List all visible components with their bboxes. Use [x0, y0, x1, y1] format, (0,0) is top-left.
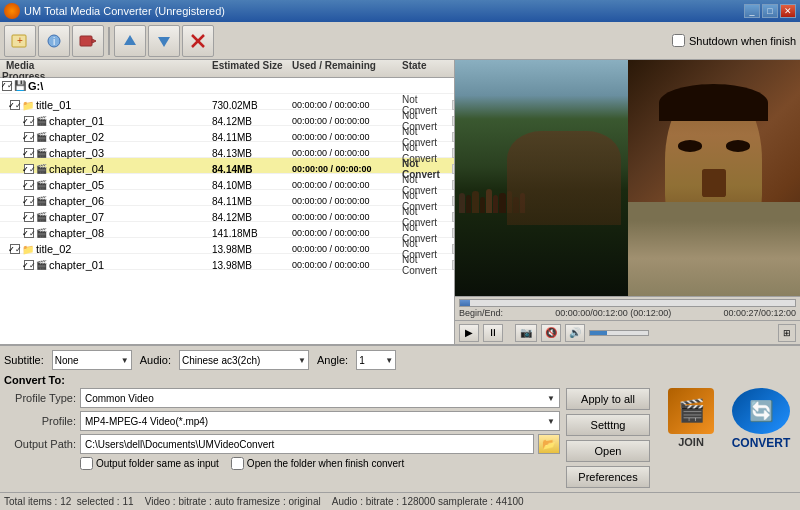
close-button[interactable]: ✕	[780, 4, 796, 18]
list-item[interactable]: ✓ 🎬 chapter_01 84.12MB 00:00:00 / 00:00:…	[0, 110, 454, 126]
item-checkbox[interactable]: ✓	[24, 196, 34, 206]
shutdown-checkbox[interactable]	[672, 34, 685, 47]
item-time: 00:00:00 / 00:00:00	[292, 260, 402, 270]
item-size: 141.18MB	[212, 228, 292, 239]
angle-dropdown[interactable]: 1 ▼	[356, 350, 396, 370]
time-begin-end-label: Begin/End:	[459, 308, 503, 318]
profile-type-dropdown[interactable]: Common Video ▼	[80, 388, 560, 408]
list-item[interactable]: ✓ 🎬 chapter_03 84.13MB 00:00:00 / 00:00:…	[0, 142, 454, 158]
browse-button[interactable]: 📂	[538, 434, 560, 454]
item-progress	[452, 132, 454, 142]
minimize-button[interactable]: _	[744, 4, 760, 18]
volume-button[interactable]: 🔊	[565, 324, 585, 342]
list-item[interactable]: ✓ 🎬 chapter_01 13.98MB 00:00:00 / 00:00:…	[0, 254, 454, 270]
audio-dropdown[interactable]: Chinese ac3(2ch) ▼	[179, 350, 309, 370]
preferences-button[interactable]: Preferences	[566, 466, 650, 488]
item-size: 84.14MB	[212, 164, 292, 175]
snapshot-button[interactable]: 📷	[515, 324, 537, 342]
item-size: 84.10MB	[212, 180, 292, 191]
convert-button[interactable]: 🔄 CONVERT	[726, 388, 796, 450]
open-button[interactable]: Open	[566, 440, 650, 462]
mute-button[interactable]: 🔇	[541, 324, 561, 342]
video-button[interactable]	[72, 25, 104, 57]
pause-button[interactable]: ⏸	[483, 324, 503, 342]
audio-arrow: ▼	[298, 356, 306, 365]
preferences-label: Preferences	[578, 471, 637, 483]
item-checkbox[interactable]: ✓	[24, 260, 34, 270]
item-progress	[452, 228, 454, 238]
list-item[interactable]: ✓ 🎬 chapter_04 84.14MB 00:00:00 / 00:00:…	[0, 158, 454, 174]
properties-button[interactable]: i	[38, 25, 70, 57]
item-checkbox[interactable]: ✓	[24, 132, 34, 142]
time-display: Begin/End: 00:00:00/00:12:00 (00:12:00) …	[459, 308, 796, 318]
subtitle-label: Subtitle:	[4, 354, 44, 366]
setting-label: Setttng	[591, 419, 626, 431]
item-name: chapter_01	[49, 259, 104, 271]
selected-items: selected : 11	[77, 496, 134, 507]
audio-value: Chinese ac3(2ch)	[182, 355, 260, 366]
total-items: Total items : 12	[4, 496, 71, 507]
output-path-input[interactable]	[80, 434, 534, 454]
subtitle-value: None	[55, 355, 79, 366]
item-name: chapter_08	[49, 227, 104, 239]
convert-section: Profile Type: Common Video ▼ Profile: MP…	[4, 388, 796, 488]
volume-slider[interactable]	[589, 330, 649, 336]
item-name: chapter_01	[49, 115, 104, 127]
item-checkbox[interactable]: ✓	[24, 164, 34, 174]
join-icon: 🎬	[668, 388, 714, 434]
item-name: chapter_07	[49, 211, 104, 223]
item-checkbox[interactable]: ✓	[24, 148, 34, 158]
move-down-button[interactable]	[148, 25, 180, 57]
same-as-input-check[interactable]: Output folder same as input	[80, 457, 219, 470]
list-item[interactable]: ✓ 🎬 chapter_08 141.18MB 00:00:00 / 00:00…	[0, 222, 454, 238]
list-item[interactable]: ✓ 🎬 chapter_02 84.11MB 00:00:00 / 00:00:…	[0, 126, 454, 142]
item-checkbox[interactable]: ✓	[24, 116, 34, 126]
item-size: 84.13MB	[212, 148, 292, 159]
list-item[interactable]: ✓ 🎬 chapter_05 84.10MB 00:00:00 / 00:00:…	[0, 174, 454, 190]
subtitle-arrow: ▼	[121, 356, 129, 365]
open-folder-checkbox[interactable]	[231, 457, 244, 470]
list-item[interactable]: ✓ 📁 title_01 730.02MB 00:00:00 / 00:00:0…	[0, 94, 454, 110]
file-tree[interactable]: ✓ 💾 G:\ ✓ 📁 title_01 730.02MB 00:00:00 /…	[0, 78, 454, 344]
shutdown-check[interactable]: Shutdown when finish	[672, 34, 796, 47]
item-checkbox[interactable]: ✓	[24, 228, 34, 238]
list-item[interactable]: ✓ 📁 title_02 13.98MB 00:00:00 / 00:00:00…	[0, 238, 454, 254]
item-checkbox[interactable]: ✓	[10, 244, 20, 254]
file-icon: 🎬	[36, 260, 47, 270]
add-button[interactable]: +	[4, 25, 36, 57]
angle-arrow: ▼	[385, 356, 393, 365]
video-preview[interactable]	[455, 60, 800, 296]
person-mid	[507, 131, 621, 225]
svg-text:i: i	[53, 36, 55, 47]
expand-button[interactable]: ⊞	[778, 324, 796, 342]
list-item[interactable]: ✓ 🎬 chapter_06 84.11MB 00:00:00 / 00:00:…	[0, 190, 454, 206]
svg-text:+: +	[17, 35, 23, 46]
list-item[interactable]: ✓ 🎬 chapter_07 84.12MB 00:00:00 / 00:00:…	[0, 206, 454, 222]
play-button[interactable]: ▶	[459, 324, 479, 342]
item-checkbox[interactable]: ✓	[24, 180, 34, 190]
setting-button[interactable]: Setttng	[566, 414, 650, 436]
item-size: 84.12MB	[212, 212, 292, 223]
item-checkbox[interactable]: ✓	[10, 100, 20, 110]
move-up-button[interactable]	[114, 25, 146, 57]
item-checkbox[interactable]: ✓	[24, 212, 34, 222]
file-icon: 🎬	[36, 196, 47, 206]
folder-icon: 📁	[22, 100, 34, 111]
delete-button[interactable]	[182, 25, 214, 57]
seek-bar[interactable]	[459, 299, 796, 307]
profile-dropdown[interactable]: MP4-MPEG-4 Video(*.mp4) ▼	[80, 411, 560, 431]
item-time: 00:00:00 / 00:00:00	[292, 196, 402, 206]
subtitle-dropdown[interactable]: None ▼	[52, 350, 132, 370]
app-icon	[4, 3, 20, 19]
drive-checkbox[interactable]: ✓	[2, 81, 12, 91]
same-as-input-checkbox[interactable]	[80, 457, 93, 470]
seek-area: Begin/End: 00:00:00/00:12:00 (00:12:00) …	[455, 296, 800, 320]
apply-all-button[interactable]: Apply to all	[566, 388, 650, 410]
item-progress	[452, 260, 454, 270]
drive-row[interactable]: ✓ 💾 G:\	[0, 78, 454, 94]
maximize-button[interactable]: □	[762, 4, 778, 18]
open-folder-check[interactable]: Open the folder when finish convert	[231, 457, 404, 470]
join-button[interactable]: 🎬 JOIN	[662, 388, 720, 448]
col-state: State	[402, 60, 452, 71]
output-path-label: Output Path:	[4, 438, 76, 450]
